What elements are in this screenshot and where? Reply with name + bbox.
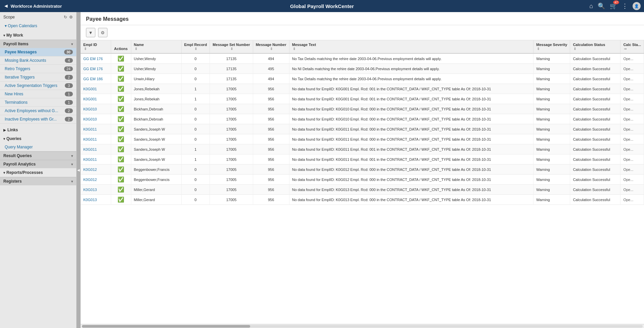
- table-row[interactable]: K0G001 ✅ Jones,Rebekah 1 17005 956 No da…: [81, 94, 644, 104]
- result-queries-header[interactable]: Result Queries ▾: [0, 151, 76, 160]
- table-row[interactable]: K0G011 ✅ Sanders,Joseph W 1 17005 956 No…: [81, 144, 644, 154]
- horizontal-scrollbar[interactable]: [81, 324, 644, 328]
- empl-id-link[interactable]: K0G011: [83, 127, 97, 131]
- cart-icon[interactable]: 🛒 47: [610, 2, 617, 10]
- action-check-icon[interactable]: ✅: [118, 106, 124, 112]
- col-header-msg-set-number[interactable]: Message Set Number ⇕: [210, 40, 253, 53]
- action-check-icon[interactable]: ✅: [118, 126, 124, 132]
- empl-id-link[interactable]: K0G011: [83, 157, 97, 161]
- more-options-icon[interactable]: ⋮: [622, 2, 628, 10]
- empl-id-link[interactable]: K0G012: [83, 178, 97, 182]
- home-icon[interactable]: ⌂: [589, 3, 593, 10]
- col-header-msg-number[interactable]: Message Number ⇕: [253, 40, 289, 53]
- my-work-section[interactable]: ▾ My Work: [0, 31, 76, 40]
- table-row[interactable]: K0G011 ✅ Sanders,Joseph W 0 17005 956 No…: [81, 134, 644, 144]
- table-row[interactable]: K0G012 ✅ Beggenbower,Francis 0 17005 956…: [81, 175, 644, 185]
- cell-calc-stat2: Ope...: [620, 84, 644, 94]
- empl-id-link[interactable]: GG EM 176: [83, 57, 103, 61]
- cell-actions: ✅: [111, 64, 131, 74]
- table-row[interactable]: K0G013 ✅ Miller,Gerard 0 17005 956 No da…: [81, 195, 644, 205]
- sidebar-item-active-employees-without-g[interactable]: Active Employees without G... 2: [0, 107, 76, 115]
- sidebar-item-new-hires[interactable]: New Hires 1: [0, 90, 76, 98]
- empl-id-link[interactable]: GG EM 176: [83, 67, 103, 71]
- sidebar-item-iterative-triggers[interactable]: Iterative Triggers 2: [0, 73, 76, 82]
- col-header-empl-id[interactable]: Empl ID ⇕: [81, 40, 111, 53]
- links-section[interactable]: ▶ Links: [0, 126, 76, 134]
- cell-calc-stat2: Ope...: [620, 185, 644, 195]
- action-check-icon[interactable]: ✅: [118, 116, 124, 122]
- col-header-name[interactable]: Name ⇕: [131, 40, 181, 53]
- cell-msg-severity: Warning: [534, 195, 570, 205]
- empl-id-link[interactable]: K0G011: [83, 137, 97, 141]
- sidebar-item-active-segmentation-triggers[interactable]: Active Segmentation Triggers 3: [0, 82, 76, 90]
- payroll-analytics-header[interactable]: Payroll Analytics ▾: [0, 160, 76, 168]
- table-row[interactable]: K0G012 ✅ Beggenbower,Francis 0 17005 956…: [81, 165, 644, 175]
- sidebar-item-payee-messages[interactable]: Payee Messages 30: [0, 48, 76, 56]
- action-check-icon[interactable]: ✅: [118, 197, 124, 202]
- scrollbar-thumb[interactable]: [82, 325, 250, 328]
- table-row[interactable]: K0G013 ✅ Miller,Gerard 0 17005 956 No da…: [81, 185, 644, 195]
- settings-button[interactable]: ⚙: [98, 28, 107, 37]
- table-row[interactable]: GG EM 176 ✅ Usher,Wendy 0 17135 495 No N…: [81, 64, 644, 74]
- sidebar-toggle[interactable]: ◀: [77, 12, 81, 328]
- empl-id-link[interactable]: K0G001: [83, 97, 97, 101]
- scrollbar-track[interactable]: [82, 325, 643, 328]
- new-hires-badge: 1: [65, 92, 73, 96]
- cell-name: Unwin,Hilary: [131, 74, 181, 84]
- filter-button[interactable]: ▼: [86, 28, 95, 37]
- sidebar-item-missing-bank-accounts[interactable]: Missing Bank Accounts 4: [0, 56, 76, 65]
- cell-name: Sanders,Joseph W: [131, 144, 181, 154]
- action-check-icon[interactable]: ✅: [118, 187, 124, 192]
- payroll-items-header[interactable]: Payroll Items ▾: [0, 40, 76, 48]
- empl-id-link[interactable]: K0G013: [83, 198, 97, 202]
- empl-id-link[interactable]: GG EM 186: [83, 77, 103, 81]
- sidebar-item-terminations[interactable]: Terminations 1: [0, 98, 76, 107]
- action-check-icon[interactable]: ✅: [118, 136, 124, 142]
- empl-id-link[interactable]: K0G013: [83, 188, 97, 192]
- action-check-icon[interactable]: ✅: [118, 76, 124, 82]
- cell-empl-id: GG EM 186: [81, 74, 111, 84]
- action-check-icon[interactable]: ✅: [118, 156, 124, 162]
- table-row[interactable]: K0G010 ✅ Bickham,Debroah 0 17005 956 No …: [81, 114, 644, 124]
- empl-id-link[interactable]: K0G010: [83, 117, 97, 121]
- table-row[interactable]: K0G011 ✅ Sanders,Joseph W 0 17005 956 No…: [81, 124, 644, 134]
- table-row[interactable]: K0G001 ✅ Jones,Rebekah 1 17005 956 No da…: [81, 84, 644, 94]
- registers-header[interactable]: Registers ▾: [0, 177, 76, 185]
- sidebar-item-query-manager[interactable]: Query Manager: [0, 143, 76, 151]
- col-header-calc-status[interactable]: Calculation Status ⇕: [570, 40, 620, 53]
- action-check-icon[interactable]: ✅: [118, 56, 124, 61]
- action-check-icon[interactable]: ✅: [118, 86, 124, 92]
- queries-section[interactable]: ▾ Queries: [0, 134, 76, 143]
- table-row[interactable]: GG EM 176 ✅ Usher,Wendy 0 17135 494 No T…: [81, 53, 644, 64]
- col-header-msg-text[interactable]: Message Text ⇕: [289, 40, 533, 53]
- action-check-icon[interactable]: ✅: [118, 167, 124, 172]
- open-calendars-item[interactable]: Open Calendars: [0, 22, 76, 31]
- queries-arrow: ▾: [3, 137, 5, 141]
- reports-processes-section[interactable]: ▾ Reports/Processes: [0, 168, 76, 177]
- col-header-empl-record[interactable]: Empl Record ⇕: [181, 40, 210, 53]
- empl-id-link[interactable]: K0G011: [83, 147, 97, 151]
- sidebar-item-inactive-employees-with-gr[interactable]: Inactive Employees with Gr... 2: [0, 115, 76, 124]
- table-row[interactable]: GG EM 186 ✅ Unwin,Hilary 0 17135 494 No …: [81, 74, 644, 84]
- registers-label: Registers: [3, 179, 22, 184]
- settings-icon[interactable]: ⚙: [69, 15, 73, 19]
- action-check-icon[interactable]: ✅: [118, 96, 124, 102]
- refresh-icon[interactable]: ↻: [64, 15, 67, 19]
- col-header-msg-severity[interactable]: Message Severity ⇕: [534, 40, 570, 53]
- sidebar-item-retro-triggers[interactable]: Retro Triggers 24: [0, 65, 76, 73]
- action-check-icon[interactable]: ✅: [118, 66, 124, 72]
- action-check-icon[interactable]: ✅: [118, 177, 124, 182]
- empl-id-link[interactable]: K0G001: [83, 87, 97, 91]
- back-arrow-icon[interactable]: ◄: [3, 3, 9, 9]
- table-row[interactable]: K0G010 ✅ Bickham,Debroah 0 17005 956 No …: [81, 104, 644, 114]
- empl-id-link[interactable]: K0G012: [83, 168, 97, 172]
- search-icon[interactable]: 🔍: [598, 2, 605, 10]
- table-row[interactable]: K0G011 ✅ Sanders,Joseph W 1 17005 956 No…: [81, 154, 644, 165]
- action-check-icon[interactable]: ✅: [118, 146, 124, 152]
- cell-actions: ✅: [111, 84, 131, 94]
- empl-id-link[interactable]: K0G010: [83, 107, 97, 111]
- cell-msg-severity: Warning: [534, 154, 570, 165]
- cell-msg-text: No data found for EmplID: K0G010 Empl. R…: [289, 104, 533, 114]
- cell-msg-text: No data found for EmplID: K0G011 Empl. R…: [289, 144, 533, 154]
- avatar[interactable]: 👤: [633, 2, 641, 10]
